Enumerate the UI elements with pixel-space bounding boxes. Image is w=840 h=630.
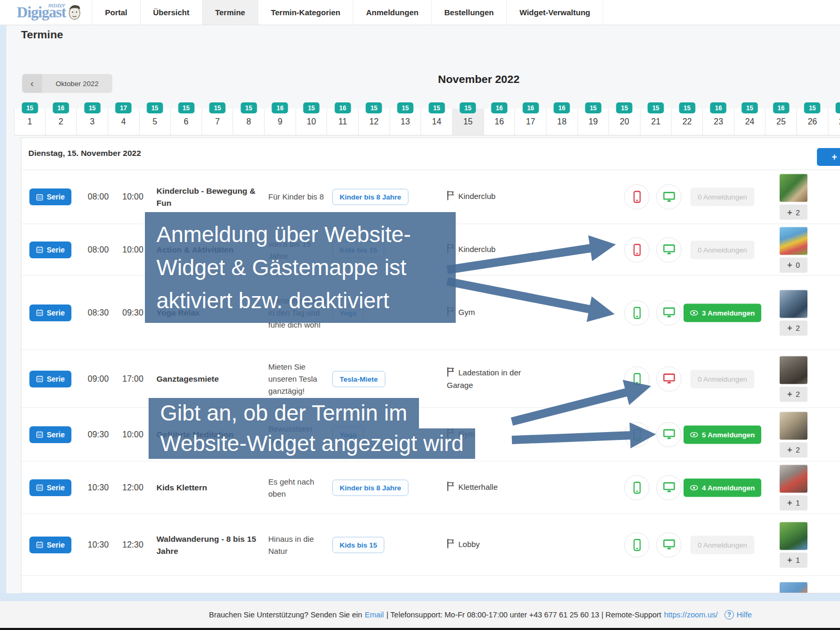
date-cell-8[interactable]: 158 (233, 109, 265, 135)
day-number: 11 (338, 117, 347, 127)
registrations-badge[interactable]: 5 Anmeldungen (684, 425, 761, 444)
email-link[interactable]: Email (365, 611, 384, 619)
serie-badge[interactable]: Serie (29, 426, 71, 443)
serie-badge[interactable]: Serie (29, 371, 71, 387)
nav-tab-termin-kategorien[interactable]: Termin-Kategorien (258, 0, 353, 25)
plus-icon: + (787, 390, 792, 399)
serie-badge[interactable]: Serie (29, 242, 71, 258)
add-photo-button[interactable]: +2 (780, 320, 807, 335)
add-photo-button[interactable]: +1 (780, 552, 807, 568)
category-tag[interactable]: Kinder bis 8 Jahre (332, 479, 408, 496)
appointment-row[interactable]: Serie10:3012:00Kids KletternEs geht nach… (22, 461, 840, 513)
guest-app-toggle-icon[interactable] (624, 422, 649, 447)
appointment-row[interactable]: Serie10:3012:30Waldwanderung - 8 bis 15 … (22, 513, 840, 575)
guest-app-toggle-icon[interactable] (624, 237, 649, 262)
add-photo-button[interactable]: +2 (780, 205, 807, 220)
date-cell-12[interactable]: 1512 (359, 109, 390, 135)
date-cell-14[interactable]: 1514 (421, 109, 453, 135)
serie-badge[interactable]: Serie (29, 188, 71, 205)
website-widget-toggle-icon[interactable] (656, 366, 681, 392)
serie-label: Serie (47, 375, 65, 383)
add-photo-button[interactable]: +2 (780, 442, 807, 457)
website-widget-toggle-icon[interactable] (656, 237, 681, 262)
guest-app-toggle-icon[interactable] (624, 475, 649, 500)
nav-tab--bersicht[interactable]: Übersicht (140, 0, 202, 25)
guest-app-toggle-icon[interactable] (624, 300, 649, 326)
date-cell-27[interactable]: 1527 (828, 109, 840, 135)
add-photo-button[interactable]: +0 (780, 257, 807, 272)
add-photo-button[interactable]: +1 (780, 495, 807, 510)
date-cell-22[interactable]: 1522 (671, 109, 703, 135)
date-cell-26[interactable]: 1526 (797, 109, 828, 135)
registrations-badge[interactable]: 3 Anmeldungen (684, 303, 761, 322)
registrations-badge[interactable]: 0 Anmeldungen (690, 536, 754, 554)
appointment-photo[interactable] (780, 465, 807, 492)
date-cell-10[interactable]: 1510 (296, 109, 328, 135)
date-cell-13[interactable]: 1513 (390, 109, 422, 135)
date-cell-21[interactable]: 1521 (640, 109, 672, 135)
nav-tab-widget-verwaltung[interactable]: Widget-Verwaltung (506, 0, 603, 25)
day-number: 16 (495, 117, 504, 127)
website-widget-toggle-icon[interactable] (656, 532, 681, 558)
date-cell-17[interactable]: 1617 (515, 109, 547, 135)
brand-logo[interactable]: mister Digigast (0, 0, 92, 25)
date-cell-25[interactable]: 1625 (765, 109, 797, 135)
category-tag[interactable]: Kids bis 15 (332, 537, 384, 553)
date-cell-19[interactable]: 1519 (578, 109, 610, 135)
serie-badge[interactable]: Serie (29, 537, 71, 553)
website-widget-toggle-icon[interactable] (656, 300, 681, 326)
category-tag[interactable]: Kinder bis 8 Jahre (332, 189, 408, 205)
help-icon[interactable]: ? (724, 610, 734, 620)
serie-badge[interactable]: Serie (29, 304, 71, 321)
add-photo-button[interactable]: +2 (780, 386, 807, 402)
date-cell-23[interactable]: 1623 (703, 109, 734, 135)
registrations-badge[interactable]: 0 Anmeldungen (690, 370, 754, 388)
date-cell-6[interactable]: 156 (171, 109, 202, 135)
add-appointment-button[interactable]: + (817, 148, 840, 166)
appointment-count-badge: 15 (460, 102, 476, 113)
chevron-left-icon: ‹ (22, 74, 42, 93)
appointment-photo[interactable] (780, 356, 807, 384)
date-cell-18[interactable]: 1618 (547, 109, 578, 135)
guest-app-toggle-icon[interactable] (624, 184, 649, 209)
website-widget-toggle-icon[interactable] (656, 184, 681, 209)
date-cell-7[interactable]: 157 (202, 109, 234, 135)
date-cell-3[interactable]: 153 (77, 109, 108, 135)
website-widget-toggle-icon[interactable] (656, 475, 681, 500)
registrations-badge[interactable]: 4 Anmeldungen (684, 478, 761, 497)
registrations-badge[interactable]: 0 Anmeldungen (690, 188, 754, 206)
nav-tab-anmeldungen[interactable]: Anmeldungen (353, 0, 431, 25)
start-time: 10:30 (88, 483, 109, 492)
guest-app-toggle-icon[interactable] (624, 366, 649, 392)
date-cell-11[interactable]: 1611 (327, 109, 359, 135)
appointment-row[interactable] (22, 575, 840, 593)
appointment-photo[interactable] (780, 227, 807, 255)
date-cell-5[interactable]: 155 (140, 109, 171, 135)
prev-month-label: Oktober 2022 (42, 74, 112, 93)
appointment-photo[interactable] (780, 412, 807, 439)
category-tag[interactable]: Tesla-Miete (332, 371, 385, 387)
date-cell-1[interactable]: 151 (14, 109, 46, 135)
serie-badge[interactable]: Serie (29, 479, 71, 496)
day-number: 13 (401, 117, 410, 127)
date-cell-2[interactable]: 162 (46, 109, 77, 135)
appointment-photo[interactable] (780, 522, 807, 550)
appointment-photo[interactable] (780, 290, 807, 318)
date-cell-15[interactable]: 1515 (453, 109, 484, 135)
nav-tab-termine[interactable]: Termine (202, 0, 258, 25)
nav-tab-portal[interactable]: Portal (92, 0, 140, 25)
guest-app-toggle-icon[interactable] (624, 532, 649, 558)
registrations-badge[interactable]: 0 Anmeldungen (690, 240, 754, 259)
prev-month-button[interactable]: ‹ Oktober 2022 (22, 74, 112, 93)
date-cell-9[interactable]: 169 (265, 109, 296, 135)
date-cell-20[interactable]: 1520 (609, 109, 640, 135)
date-cell-24[interactable]: 1524 (734, 109, 766, 135)
zoom-link[interactable]: https://zoom.us/ (664, 611, 718, 619)
website-widget-toggle-icon[interactable] (656, 422, 681, 447)
date-cell-16[interactable]: 1616 (484, 109, 516, 135)
end-time: 12:30 (122, 540, 143, 550)
date-cell-4[interactable]: 174 (108, 109, 140, 135)
nav-tab-bestellungen[interactable]: Bestellungen (431, 0, 506, 25)
help-link[interactable]: Hilfe (737, 611, 752, 619)
appointment-photo[interactable] (780, 174, 807, 202)
